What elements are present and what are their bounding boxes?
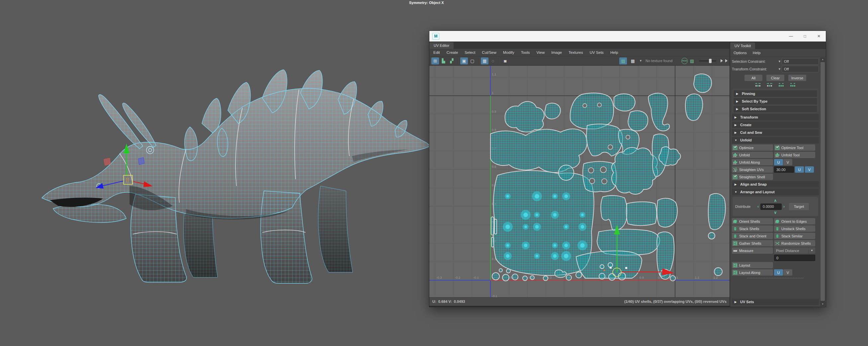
- slider-knob[interactable]: [709, 59, 712, 63]
- section-unfold[interactable]: ▼Unfold: [732, 137, 819, 144]
- section-transform[interactable]: ▶Transform: [732, 114, 819, 121]
- menu-edit[interactable]: Edit: [433, 51, 440, 55]
- image-border-icon[interactable]: ▣: [460, 58, 468, 64]
- rgb-channels-icon[interactable]: RGB: [681, 58, 688, 64]
- uv-editor-window: M — □ ✕ UV Editor Edit Create Select Cut…: [429, 31, 826, 307]
- section-soft-selection[interactable]: ▶Soft Selection: [734, 105, 817, 112]
- chevron-down-icon[interactable]: ▼: [778, 60, 781, 63]
- step-arrow-icon[interactable]: [720, 59, 723, 62]
- section-align-and-snap[interactable]: ▶Align and Snap: [732, 181, 819, 188]
- chevron-up-icon[interactable]: ∧: [773, 198, 778, 203]
- straighten-shell-button[interactable]: Straighten Shell: [732, 174, 773, 180]
- menu-modify[interactable]: Modify: [503, 51, 514, 55]
- stacked-shells-icon[interactable]: ▙: [440, 58, 447, 64]
- layout-along-v-toggle[interactable]: V: [783, 269, 792, 276]
- menu-tools[interactable]: Tools: [521, 51, 530, 55]
- optimize-tool-button[interactable]: Optimize Tool: [774, 145, 815, 151]
- menu-select[interactable]: Select: [465, 51, 475, 55]
- menu-create[interactable]: Create: [446, 51, 458, 55]
- section-pinning[interactable]: ▶Pinning: [734, 90, 817, 97]
- grow-shell-selection-icon[interactable]: [778, 82, 784, 87]
- maximize-button[interactable]: □: [798, 31, 812, 41]
- unfold-tool-button[interactable]: Unfold Tool: [774, 152, 815, 158]
- window-titlebar[interactable]: M — □ ✕: [429, 31, 826, 41]
- dinosaur-model[interactable]: [42, 70, 430, 283]
- optimize-button[interactable]: Optimize: [732, 145, 773, 151]
- layout-along-button[interactable]: Layout Along: [732, 269, 773, 276]
- distribute-block: ∧ Distribute ‹ 0.0000 › Target ∨: [733, 197, 818, 216]
- menu-uv-sets[interactable]: UV Sets: [590, 51, 604, 55]
- stack-and-orient-button[interactable]: Stack and Orient: [732, 233, 773, 239]
- layout-button[interactable]: Layout: [732, 262, 773, 268]
- single-tile-view-icon[interactable]: ⊞: [431, 58, 439, 64]
- randomize-shells-button[interactable]: Randomize Shells: [774, 240, 815, 246]
- straighten-uvs-button[interactable]: Straighten UVs: [732, 166, 773, 173]
- orient-shells-button[interactable]: Orient Shells: [732, 218, 773, 224]
- uv-canvas[interactable]: -0.3-0.2-0.10.10.20.30.40.50.60.70.80.91…: [429, 66, 730, 297]
- transform-constraint-value[interactable]: Off: [782, 66, 819, 72]
- gather-shells-button[interactable]: Gather Shells: [732, 240, 773, 246]
- select-all-button[interactable]: All: [744, 75, 763, 81]
- chevron-right-icon[interactable]: ›: [782, 204, 786, 209]
- shade-uvs-icon[interactable]: ◌: [489, 58, 497, 64]
- minimize-button[interactable]: —: [784, 31, 798, 41]
- display-image-icon[interactable]: ▨: [619, 58, 627, 64]
- unfold-along-v-toggle[interactable]: V: [783, 159, 792, 165]
- straighten-angle-field[interactable]: 30.00: [774, 166, 794, 173]
- section-select-by-type[interactable]: ▶Select By Type: [734, 98, 817, 104]
- orient-to-edges-button[interactable]: Orient to Edges: [774, 218, 815, 224]
- scroll-down-icon[interactable]: ▼: [820, 302, 825, 306]
- checker-map-icon[interactable]: ▩: [629, 58, 637, 64]
- stack-shells-button[interactable]: Stack Shells: [732, 225, 773, 232]
- dim-image-icon[interactable]: ▨: [689, 58, 695, 64]
- select-clear-button[interactable]: Clear: [766, 75, 784, 81]
- straighten-v-toggle[interactable]: V: [805, 166, 814, 173]
- plane-handle-x-icon: [104, 158, 111, 165]
- unstack-shells-button[interactable]: Unstack Shells: [774, 225, 815, 232]
- scroll-up-icon[interactable]: ▲: [820, 58, 825, 61]
- selection-constraint-value[interactable]: Off: [782, 58, 819, 65]
- dim-image-slider[interactable]: [699, 60, 716, 61]
- chevron-down-icon[interactable]: ∨: [773, 210, 778, 215]
- unfold-button[interactable]: Unfold: [732, 152, 773, 158]
- shrink-selection-icon[interactable]: [755, 82, 761, 87]
- texture-preview-icon[interactable]: ◙: [501, 58, 509, 64]
- scrollbar-thumb[interactable]: [820, 62, 825, 301]
- menu-toolkit-help[interactable]: Help: [753, 51, 761, 55]
- pixel-grid-icon[interactable]: ▦: [481, 58, 489, 64]
- section-uv-sets[interactable]: ▶UV Sets: [732, 298, 819, 305]
- image-inset-icon[interactable]: ▢: [468, 58, 476, 64]
- section-arrange-and-layout[interactable]: ▼Arrange and Layout: [732, 189, 819, 195]
- grow-selection-icon[interactable]: [789, 82, 796, 87]
- close-button[interactable]: ✕: [812, 31, 826, 41]
- tab-uv-editor[interactable]: UV Editor: [429, 42, 454, 49]
- menu-textures[interactable]: Textures: [568, 51, 583, 55]
- split-shells-icon[interactable]: ▞: [448, 58, 456, 64]
- straighten-u-toggle[interactable]: U: [795, 166, 804, 173]
- select-inverse-button[interactable]: Inverse: [788, 75, 806, 81]
- stack-similar-button[interactable]: Stack Similar: [774, 233, 815, 239]
- measure-value-field[interactable]: 0: [774, 255, 815, 261]
- step-arrow-icon[interactable]: [725, 59, 727, 62]
- measure-button[interactable]: Measure: [732, 247, 773, 254]
- svg-text:1.2: 1.2: [713, 276, 718, 279]
- layout-along-u-toggle[interactable]: U: [774, 269, 783, 276]
- toolkit-scrollbar[interactable]: ▲ ▼: [820, 58, 825, 306]
- distribute-value-field[interactable]: 0.0000: [761, 203, 782, 210]
- section-create[interactable]: ▶Create: [732, 122, 819, 128]
- section-cut-and-sew[interactable]: ▶Cut and Sew: [732, 129, 819, 136]
- measure-mode-dropdown[interactable]: Pixel Distance▼: [774, 247, 815, 254]
- menu-cut-sew[interactable]: Cut/Sew: [482, 51, 496, 55]
- tab-uv-toolkit[interactable]: UV Toolkit: [730, 42, 755, 49]
- menu-options[interactable]: Options: [734, 51, 747, 55]
- menu-view[interactable]: View: [537, 51, 545, 55]
- target-button[interactable]: Target: [789, 203, 809, 210]
- shrink-shell-selection-icon[interactable]: [766, 82, 773, 87]
- unfold-along-u-toggle[interactable]: U: [774, 159, 783, 165]
- chevron-down-icon[interactable]: ▼: [639, 59, 642, 62]
- menu-help[interactable]: Help: [610, 51, 618, 55]
- chevron-down-icon[interactable]: ▼: [778, 67, 781, 71]
- unfold-along-button[interactable]: Unfold Along: [732, 159, 773, 165]
- chevron-left-icon[interactable]: ‹: [756, 204, 761, 209]
- menu-image[interactable]: Image: [551, 51, 562, 55]
